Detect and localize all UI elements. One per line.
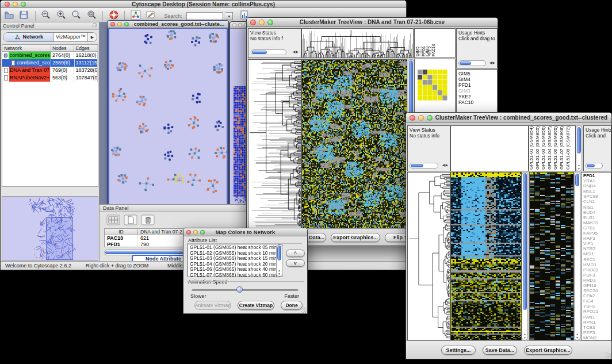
attribute-list[interactable]: GPL51-01 (GSM854) heat shock 05 min GPL5… xyxy=(188,244,282,277)
zoom-window-icon[interactable] xyxy=(427,115,433,121)
tv2-summary-vscrollbar[interactable]: ▲▼ xyxy=(574,172,580,340)
attribute-list-vscrollbar[interactable]: ▲▼ xyxy=(276,244,282,277)
gene-label[interactable]: GTB1 xyxy=(583,225,611,231)
gene-label[interactable]: CLN1 xyxy=(583,199,611,204)
zoom-window-icon[interactable] xyxy=(21,2,26,7)
gene-label[interactable]: GIM4 xyxy=(458,76,497,82)
open-file-icon[interactable] xyxy=(4,10,14,22)
gene-label[interactable]: YRA1 xyxy=(583,178,611,183)
gene-label[interactable]: PAC10 xyxy=(458,99,497,105)
close-icon[interactable] xyxy=(110,22,115,26)
tv2-heatmap[interactable] xyxy=(450,172,522,340)
gene-label[interactable]: RPN1 xyxy=(583,320,611,325)
col-header-nodes[interactable]: Nodes xyxy=(51,45,75,51)
search-dropdown-icon[interactable]: ▾ xyxy=(225,12,233,20)
move-down-button[interactable]: v xyxy=(286,259,305,267)
gene-label[interactable]: MON2 xyxy=(583,335,611,340)
close-icon[interactable] xyxy=(250,20,256,25)
tv1-summary-matrix[interactable] xyxy=(418,70,447,101)
close-icon[interactable] xyxy=(5,2,10,7)
gene-label[interactable]: SEC1 xyxy=(583,257,611,262)
scroll-arrows-icon[interactable]: ◀▶ xyxy=(489,60,496,66)
network-overview-canvas[interactable] xyxy=(2,197,98,260)
gene-label[interactable]: PUF3 xyxy=(583,273,611,278)
scroll-arrows-icon[interactable]: ◀▶ xyxy=(442,162,449,168)
tv2-column-dendrogram[interactable] xyxy=(450,125,529,171)
move-up-button[interactable]: ^ xyxy=(286,250,305,257)
attribute-select-icon[interactable] xyxy=(106,214,120,228)
gene-label[interactable]: RPO21 xyxy=(583,309,611,314)
gene-label[interactable]: KAP95 xyxy=(583,231,611,236)
tab-overflow-icon[interactable]: ▶ xyxy=(88,33,97,41)
tab-network[interactable]: Network xyxy=(3,33,54,41)
col-header-edges[interactable]: Edges xyxy=(74,45,98,51)
gene-label[interactable]: HMG1 xyxy=(583,262,611,267)
minimize-icon[interactable] xyxy=(193,230,198,235)
zoom-selected-icon[interactable] xyxy=(87,10,97,22)
close-icon[interactable] xyxy=(232,23,236,27)
tv1-status-hscrollbar[interactable] xyxy=(251,49,286,55)
tv2-hints-hscrollbar[interactable] xyxy=(586,163,603,168)
gene-label[interactable]: GIM5 xyxy=(458,71,497,76)
tv2-row-dendrogram[interactable] xyxy=(407,172,450,340)
resize-grip[interactable] xyxy=(605,352,611,358)
data-cell-id[interactable]: PAC10 xyxy=(105,235,138,242)
col-header-network[interactable]: Network xyxy=(2,45,51,51)
gene-label[interactable]: SEC24 xyxy=(583,288,611,293)
gene-label[interactable]: YSH1 xyxy=(583,304,611,309)
gene-label[interactable]: HRD3 xyxy=(583,278,611,283)
gene-label[interactable]: BUD4 xyxy=(583,210,611,215)
search-input[interactable] xyxy=(186,12,223,20)
animation-speed-slider[interactable] xyxy=(192,289,299,291)
gene-label[interactable]: CPA2 xyxy=(583,293,611,298)
data-col-id[interactable]: ID xyxy=(105,229,138,235)
attribute-item[interactable]: GPL51-04 (GSM857) heat shock 20 min xyxy=(190,262,282,267)
create-vizmap-button[interactable]: Create Vizmap xyxy=(238,301,274,310)
animate-vizmap-button[interactable]: Animate Vizmap xyxy=(194,301,231,310)
network-canvas[interactable] xyxy=(109,29,227,206)
gene-label[interactable]: MAK31 xyxy=(583,220,611,225)
tv2-labels-vscrollbar[interactable]: ▲▼ xyxy=(576,125,582,171)
gene-label[interactable]: YKE2 xyxy=(458,94,497,99)
tv1-row-dendrogram[interactable] xyxy=(248,59,301,228)
settings-button[interactable]: Settings... xyxy=(441,346,476,355)
network-list-row[interactable]: RNAPuberNov2+563(0)107847(0) xyxy=(2,74,98,82)
gene-label[interactable]: PAN1 xyxy=(583,315,611,320)
gene-label[interactable]: MSI1 xyxy=(583,251,611,256)
network-list-row[interactable]: combined_sco2569(6)13112(15) xyxy=(2,59,98,67)
gene-label[interactable]: PFD1 xyxy=(583,173,611,178)
gene-label[interactable]: PEP5 xyxy=(583,330,611,335)
float-panel-icon[interactable]: ❐ xyxy=(93,23,97,28)
zoom-window-icon[interactable] xyxy=(267,20,273,25)
minimize-icon[interactable] xyxy=(13,2,18,7)
gene-label[interactable]: NIS1 xyxy=(583,205,611,210)
minimize-icon[interactable] xyxy=(418,115,424,121)
attribute-item[interactable]: GPL51-07 (GSM868) heat shock 60 min xyxy=(190,273,282,278)
zoom-in-icon[interactable] xyxy=(56,10,67,22)
attribute-item[interactable]: GPL51-03 (GSM856) heat shock 15 min xyxy=(190,256,282,262)
minimize-icon[interactable] xyxy=(238,23,242,27)
save-data-button[interactable]: Save Data... xyxy=(483,346,517,355)
tv1-column-dendrogram[interactable] xyxy=(301,28,414,58)
zoom-window-icon[interactable] xyxy=(200,230,205,235)
tv1-hints-hscrollbar[interactable] xyxy=(458,60,486,66)
scroll-arrows-icon[interactable]: ◀▶ xyxy=(293,49,299,55)
gene-label[interactable]: ELG1 xyxy=(583,215,611,220)
slider-thumb[interactable] xyxy=(236,286,243,293)
gene-label[interactable]: NTR2 xyxy=(583,246,611,251)
gene-label[interactable]: PFD1 xyxy=(458,82,497,88)
gene-label[interactable]: GIM3 xyxy=(458,88,497,94)
main-titlebar[interactable]: Cytoscape Desktop (Session Name: collins… xyxy=(1,1,406,8)
close-icon[interactable] xyxy=(186,230,191,235)
gene-label[interactable]: RNR4 xyxy=(583,183,611,189)
network-list-row[interactable]: combined_scores2764(0)16218(0) xyxy=(2,52,98,59)
minimize-icon[interactable] xyxy=(117,22,122,26)
zoom-window-icon[interactable] xyxy=(124,22,129,26)
tv2-heatmap-vscrollbar[interactable]: ▲▼ xyxy=(522,172,528,340)
done-button[interactable]: Done xyxy=(281,301,303,310)
gene-label[interactable]: VIP1 xyxy=(583,241,611,246)
tv1-heatmap[interactable] xyxy=(301,59,407,228)
gene-label[interactable]: HAP3 xyxy=(583,236,611,241)
gene-label[interactable]: SPC98 xyxy=(583,194,611,199)
resize-grip[interactable] xyxy=(301,307,307,313)
